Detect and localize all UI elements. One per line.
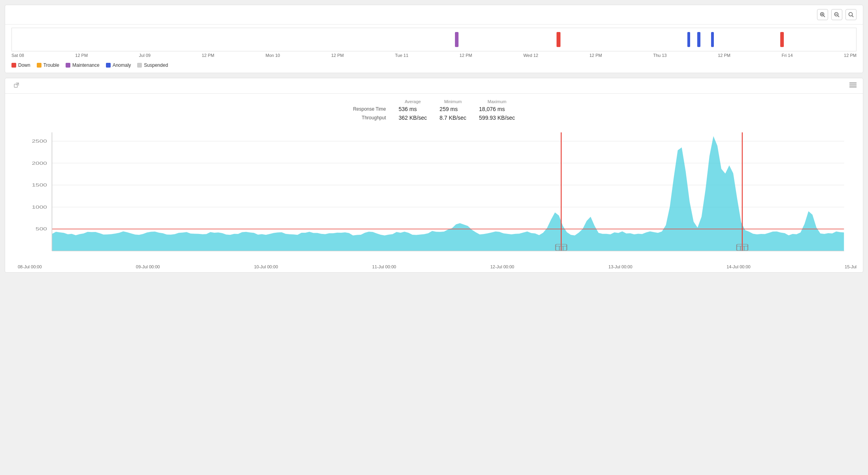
response-time-header bbox=[5, 78, 863, 94]
stat-avg-1: 362 KB/sec bbox=[392, 113, 434, 122]
timeline-label: 12 PM bbox=[589, 53, 602, 58]
svg-line-8 bbox=[852, 16, 854, 17]
legend-label-down: Down bbox=[18, 62, 30, 68]
stats-table: Average Minimum Maximum Response Time 53… bbox=[347, 98, 521, 122]
timeline-bar-5 bbox=[780, 32, 784, 47]
legend-item-trouble: Trouble bbox=[37, 62, 59, 68]
stats-section: Average Minimum Maximum Response Time 53… bbox=[5, 94, 863, 125]
timeline-label: 12 PM bbox=[75, 53, 88, 58]
stats-row-0: Response Time 536 ms 259 ms 18,076 ms bbox=[347, 105, 521, 113]
timeline-label: Fri 14 bbox=[781, 53, 793, 58]
external-link-icon[interactable] bbox=[14, 83, 19, 89]
legend-label-anomaly: Anomaly bbox=[113, 62, 131, 68]
timeline-label: Wed 12 bbox=[523, 53, 538, 58]
search-icon bbox=[848, 12, 854, 17]
stat-label-0: Response Time bbox=[347, 105, 392, 113]
legend-color-suspended bbox=[137, 63, 142, 68]
timeline-bar-4 bbox=[711, 32, 714, 47]
x-tick-label: 08-Jul 00:00 bbox=[18, 264, 42, 269]
chart-container: 5001000150020002500 bbox=[5, 125, 863, 272]
x-tick-label: 11-Jul 00:00 bbox=[372, 264, 396, 269]
timeline-chart[interactable] bbox=[11, 28, 857, 51]
timeline-bar-3 bbox=[697, 32, 700, 47]
x-tick-label: 14-Jul 00:00 bbox=[726, 264, 751, 269]
rt-title-group bbox=[11, 83, 19, 89]
svg-text:500: 500 bbox=[36, 227, 47, 232]
events-timeline-header bbox=[5, 5, 863, 25]
stat-avg-0: 536 ms bbox=[392, 105, 434, 113]
legend-label-maintenance: Maintenance bbox=[72, 62, 100, 68]
svg-line-5 bbox=[838, 16, 840, 17]
zoom-out-icon bbox=[834, 12, 840, 17]
timeline-label: Thu 13 bbox=[653, 53, 666, 58]
timeline-label: 12 PM bbox=[844, 53, 857, 58]
header-icon-group bbox=[817, 9, 857, 20]
zoom-in-icon bbox=[820, 12, 825, 17]
menu-icon[interactable] bbox=[849, 82, 857, 89]
legend-color-down bbox=[11, 63, 16, 68]
legend-color-anomaly bbox=[106, 63, 111, 68]
svg-text:2500: 2500 bbox=[32, 139, 47, 143]
chart-inner: 5001000150020002500 bbox=[18, 128, 857, 269]
stat-label-1: Throughput bbox=[347, 113, 392, 122]
x-tick-label: 10-Jul 00:00 bbox=[254, 264, 278, 269]
x-tick-label: 13-Jul 00:00 bbox=[608, 264, 632, 269]
svg-text:1500: 1500 bbox=[32, 183, 47, 187]
timeline-bar-2 bbox=[687, 32, 690, 47]
x-tick-label: 12-Jul 00:00 bbox=[490, 264, 514, 269]
timeline-label: Jul 09 bbox=[139, 53, 151, 58]
legend-item-anomaly: Anomaly bbox=[106, 62, 131, 68]
stat-min-0: 259 ms bbox=[433, 105, 473, 113]
stats-row-1: Throughput 362 KB/sec 8.7 KB/sec 599.93 … bbox=[347, 113, 521, 122]
search-button[interactable] bbox=[845, 9, 857, 20]
svg-point-7 bbox=[849, 13, 853, 16]
x-tick-label: 09-Jul 00:00 bbox=[136, 264, 160, 269]
legend-item-down: Down bbox=[11, 62, 30, 68]
x-tick-label: 15-Jul bbox=[845, 264, 857, 269]
timeline-legend: Down Trouble Maintenance Anomaly Suspend… bbox=[5, 59, 863, 73]
timeline-label: Sat 08 bbox=[11, 53, 24, 58]
timeline-label: 12 PM bbox=[202, 53, 214, 58]
x-axis-labels: 08-Jul 00:0009-Jul 00:0010-Jul 00:0011-J… bbox=[18, 263, 857, 269]
svg-text:1000: 1000 bbox=[32, 205, 47, 209]
stat-max-1: 599.93 KB/sec bbox=[473, 113, 521, 122]
max-header: Maximum bbox=[473, 98, 521, 105]
avg-header: Average bbox=[392, 98, 434, 105]
timeline-x-labels: Sat 0812 PMJul 0912 PMMon 1012 PMTue 111… bbox=[11, 51, 857, 59]
stat-min-1: 8.7 KB/sec bbox=[433, 113, 473, 122]
y-axis-label bbox=[8, 128, 16, 269]
response-time-panel: Average Minimum Maximum Response Time 53… bbox=[5, 78, 863, 273]
timeline-bar-1 bbox=[557, 32, 561, 47]
legend-color-maintenance bbox=[66, 63, 70, 68]
legend-color-trouble bbox=[37, 63, 42, 68]
timeline-label: 12 PM bbox=[331, 53, 344, 58]
legend-item-suspended: Suspended bbox=[137, 62, 168, 68]
legend-item-maintenance: Maintenance bbox=[66, 62, 100, 68]
timeline-label: Mon 10 bbox=[266, 53, 280, 58]
chart-wrapper: 5001000150020002500 bbox=[8, 128, 857, 269]
svg-text:2000: 2000 bbox=[32, 161, 47, 166]
legend-label-suspended: Suspended bbox=[144, 62, 168, 68]
timeline-bar-0 bbox=[455, 32, 459, 47]
timeline-label: 12 PM bbox=[718, 53, 730, 58]
timeline-label: Tue 11 bbox=[395, 53, 408, 58]
legend-label-trouble: Trouble bbox=[43, 62, 59, 68]
timeline-area: Sat 0812 PMJul 0912 PMMon 1012 PMTue 111… bbox=[5, 25, 863, 59]
zoom-out-button[interactable] bbox=[831, 9, 842, 20]
response-time-chart[interactable]: 5001000150020002500 bbox=[18, 128, 857, 263]
min-header: Minimum bbox=[433, 98, 473, 105]
zoom-in-button[interactable] bbox=[817, 9, 828, 20]
events-timeline-panel: Sat 0812 PMJul 0912 PMMon 1012 PMTue 111… bbox=[5, 5, 863, 73]
stat-max-0: 18,076 ms bbox=[473, 105, 521, 113]
svg-line-1 bbox=[824, 16, 825, 17]
timeline-label: 12 PM bbox=[460, 53, 472, 58]
